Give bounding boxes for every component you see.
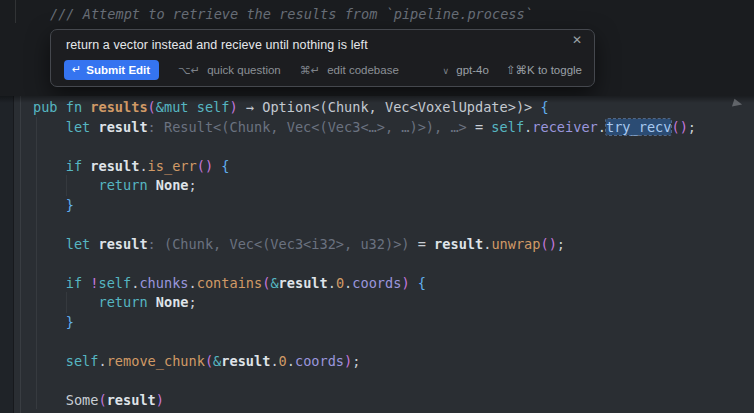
- code-token: [33, 294, 98, 310]
- code-token: }: [66, 314, 74, 330]
- code-line: [0, 215, 754, 235]
- code-token: [254, 99, 262, 115]
- code-token: result: [107, 392, 156, 408]
- code-token: remove_chunk: [107, 353, 205, 369]
- code-line: return None;: [0, 293, 754, 313]
- code-token: (: [205, 353, 213, 369]
- code-token: [33, 119, 66, 135]
- code-line: }: [0, 313, 754, 333]
- code-editor-area[interactable]: pub fn results(&mut self) → Option<(Chun…: [0, 96, 754, 413]
- edit-codebase-label: edit codebase: [327, 64, 399, 76]
- code-token: [33, 275, 66, 291]
- submit-edit-button[interactable]: ↵ Submit Edit: [64, 60, 159, 80]
- code-token: {: [221, 158, 229, 174]
- code-token: coords: [295, 353, 344, 369]
- code-line: self.remove_chunk(&result.0.coords);: [0, 352, 754, 372]
- code-token: [238, 99, 246, 115]
- code-line: let result: Result<(Chunk, Vec<(Vec3<…>,…: [0, 118, 754, 138]
- code-token: ): [156, 392, 164, 408]
- code-token: 0: [336, 275, 344, 291]
- code-token: result: [90, 158, 139, 174]
- code-token: return: [98, 177, 155, 193]
- code-token: .: [287, 353, 295, 369]
- edit-codebase-button[interactable]: ⌘↵ edit codebase: [300, 64, 399, 77]
- code-token: ;: [189, 177, 197, 193]
- code-token: [33, 158, 66, 174]
- code-token: self: [99, 275, 132, 291]
- code-token: ): [401, 275, 409, 291]
- code-token: .: [99, 353, 107, 369]
- code-line: [0, 137, 754, 157]
- code-token: (): [671, 119, 687, 135]
- code-token: [33, 177, 98, 193]
- code-token: unwrap: [491, 236, 540, 252]
- code-token: receiver: [532, 119, 597, 135]
- code-token: if: [66, 158, 91, 174]
- code-line: let result: (Chunk, Vec<(Vec3<i32>, u32)…: [0, 235, 754, 255]
- close-icon[interactable]: ✕: [569, 32, 585, 48]
- code-token: [33, 236, 66, 252]
- code-token: [33, 314, 66, 330]
- code-token: result: [279, 275, 328, 291]
- code-line: [0, 371, 754, 391]
- code-token: result: [221, 353, 270, 369]
- chevron-down-icon: ∨: [442, 66, 449, 76]
- code-token: ;: [352, 353, 360, 369]
- code-token: coords: [352, 275, 401, 291]
- popup-action-row: ↵ Submit Edit ⌥↵ quick question ⌘↵ edit …: [64, 61, 582, 79]
- code-token: →: [246, 99, 254, 115]
- code-token: results: [90, 99, 147, 115]
- code-token: (): [197, 158, 213, 174]
- code-token: =: [410, 236, 435, 252]
- code-token: [33, 353, 66, 369]
- code-token: 0: [279, 353, 287, 369]
- code-token: (): [540, 236, 556, 252]
- editor-screen: /// Attempt to retrieve the results from…: [0, 0, 754, 413]
- inline-edit-popup: return a vector instead and recieve unti…: [50, 29, 595, 87]
- code-token: None: [156, 294, 189, 310]
- code-line: if result.is_err() {: [0, 157, 754, 177]
- code-line: return None;: [0, 176, 754, 196]
- code-token: ;: [189, 294, 197, 310]
- code-token: }: [66, 197, 74, 213]
- code-token: is_err: [148, 158, 197, 174]
- command-enter-icon: ⌘↵: [300, 64, 320, 76]
- code-token: {: [540, 99, 548, 115]
- code-token: [33, 197, 66, 213]
- code-token: .: [139, 158, 147, 174]
- code-token: self: [66, 353, 99, 369]
- indent-guide: [15, 0, 16, 23]
- code-token: (: [99, 392, 107, 408]
- option-enter-icon: ⌥↵: [178, 64, 200, 76]
- code-token: : Result<(Chunk, Vec<(Vec3<…>, …)>), …>: [148, 119, 467, 135]
- quick-question-label: quick question: [207, 64, 281, 76]
- code-token: Option<(Chunk, Vec<VoxelUpdate>)>: [262, 99, 540, 115]
- code-token: !: [90, 275, 98, 291]
- quick-question-button[interactable]: ⌥↵ quick question: [178, 64, 281, 77]
- code-token: .: [189, 275, 197, 291]
- code-token: if: [66, 275, 91, 291]
- code-token: [33, 392, 66, 408]
- code-line: Some(result): [0, 391, 754, 411]
- prompt-input[interactable]: return a vector instead and recieve unti…: [66, 38, 564, 52]
- code-token: Some: [66, 392, 99, 408]
- code-token: (: [148, 99, 156, 115]
- model-selector[interactable]: ∨ gpt-4o: [442, 64, 488, 76]
- code-token: .: [270, 353, 278, 369]
- code-lines-container: pub fn results(&mut self) → Option<(Chun…: [0, 98, 754, 410]
- code-line: if !self.chunks.contains(&result.0.coord…: [0, 274, 754, 294]
- code-token: .: [598, 119, 606, 135]
- enter-key-icon: ↵: [72, 63, 81, 76]
- code-line: [0, 254, 754, 274]
- code-token: let: [66, 236, 99, 252]
- code-token: None: [156, 177, 189, 193]
- code-token: &mut self: [156, 99, 230, 115]
- submit-edit-label: Submit Edit: [86, 64, 150, 76]
- code-token: &: [270, 275, 278, 291]
- code-token: result: [99, 119, 148, 135]
- code-token: : (Chunk, Vec<(Vec3<i32>, u32)>): [148, 236, 410, 252]
- doc-comment-line: /// Attempt to retrieve the results from…: [50, 5, 533, 25]
- code-token: return: [98, 294, 155, 310]
- code-line: [0, 332, 754, 352]
- code-token: [410, 275, 418, 291]
